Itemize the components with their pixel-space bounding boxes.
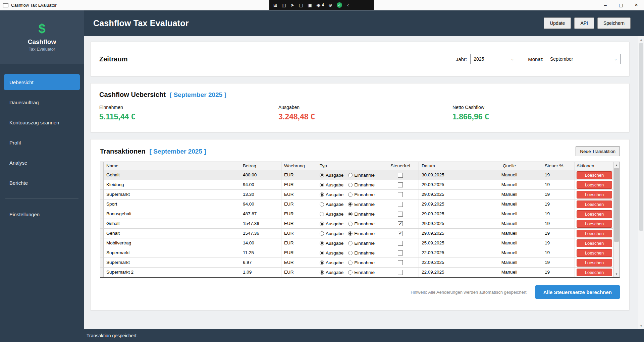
row-selector[interactable] — [100, 248, 104, 258]
radio-einnahme[interactable] — [348, 192, 353, 197]
radio-ausgabe[interactable] — [320, 192, 324, 197]
row-selector[interactable] — [100, 268, 104, 277]
column-header-betrag[interactable]: Betrag — [240, 162, 281, 170]
close-button[interactable]: × — [629, 0, 644, 10]
steuerfrei-checkbox[interactable] — [398, 192, 403, 197]
radio-einnahme[interactable] — [348, 241, 353, 245]
radio-ausgabe[interactable] — [320, 212, 324, 216]
column-header-datum[interactable]: Datum — [419, 162, 474, 170]
table-scrollbar-thumb[interactable] — [614, 168, 619, 242]
neue-transaktion-button[interactable]: Neue Transaktion — [576, 146, 620, 156]
row-selector[interactable] — [100, 258, 104, 268]
steuerfrei-checkbox[interactable] — [398, 173, 403, 178]
radio-einnahme[interactable] — [348, 251, 353, 255]
table-row[interactable]: Gehalt 1547.36 EUR Ausgabe Einnahme — [100, 219, 620, 229]
minimize-button[interactable]: – — [598, 0, 613, 10]
record-icon[interactable]: ◉ — [316, 3, 320, 7]
table-row[interactable]: Gehalt 1547.36 EUR Ausgabe Einnahme — [100, 229, 620, 238]
radio-einnahme[interactable] — [348, 222, 353, 226]
steuerfrei-checkbox[interactable] — [398, 260, 403, 265]
steuerfrei-checkbox[interactable] — [398, 250, 403, 255]
delete-button[interactable]: Loeschen — [577, 191, 612, 198]
column-header-name[interactable]: Name — [104, 162, 240, 170]
window-scrollbar[interactable]: ▲ ▼ — [638, 36, 644, 329]
table-row[interactable]: Kleidung 94.00 EUR Ausgabe Einnahme — [100, 180, 620, 190]
radio-einnahme[interactable] — [348, 173, 353, 177]
calculate-taxes-button[interactable]: Alle Steuersaetze berechnen — [535, 285, 620, 299]
table-row[interactable]: Supermarkt 13.30 EUR Ausgabe Einnahme — [100, 190, 620, 199]
radio-ausgabe[interactable] — [320, 241, 324, 245]
radio-einnahme[interactable] — [348, 202, 353, 207]
column-header-quelle[interactable]: Quelle — [474, 162, 542, 170]
camera-icon[interactable]: ◫ — [282, 3, 286, 7]
row-selector[interactable] — [100, 238, 104, 248]
radio-einnahme[interactable] — [348, 231, 353, 236]
window-scrollbar-thumb[interactable] — [639, 43, 643, 231]
row-selector[interactable] — [100, 180, 104, 190]
delete-button[interactable]: Loeschen — [577, 269, 612, 276]
sidebar-item[interactable]: Einstellungen — [4, 206, 80, 222]
delete-button[interactable]: Loeschen — [577, 181, 612, 189]
delete-button[interactable]: Loeschen — [577, 239, 612, 247]
steuerfrei-checkbox[interactable] — [398, 231, 403, 236]
column-header-steuer[interactable]: Steuer % — [542, 162, 575, 170]
table-row[interactable]: Supermarkt 6.97 EUR Ausgabe Einnahme — [100, 258, 620, 268]
speichern-button[interactable]: Speichern — [597, 17, 631, 29]
table-row[interactable]: Sport 94.00 EUR Ausgabe Einnahme — [100, 199, 620, 209]
radio-ausgabe[interactable] — [320, 270, 324, 275]
accessibility-icon[interactable]: ⊛ — [328, 3, 332, 7]
table-row[interactable]: Supermarkt 11.25 EUR Ausgabe Einnahme — [100, 248, 620, 258]
column-header-waehrung[interactable]: Waehrung — [281, 162, 316, 170]
steuerfrei-checkbox[interactable] — [398, 270, 403, 275]
table-scrollbar[interactable]: ▲ ▼ — [613, 162, 620, 277]
column-header-steuerfrei[interactable]: Steuerfrei — [382, 162, 419, 170]
collapse-chevron-icon[interactable]: ‹ — [347, 2, 349, 8]
table-row[interactable]: Gehalt 480.00 EUR Ausgabe Einnahme — [100, 170, 620, 180]
update-button[interactable]: Update — [544, 17, 571, 29]
screen-draw-icon[interactable]: ⊞ — [273, 3, 277, 7]
column-header-typ[interactable]: Typ — [316, 162, 382, 170]
delete-button[interactable]: Loeschen — [577, 230, 612, 237]
radio-einnahme[interactable] — [348, 183, 353, 187]
column-header-aktionen[interactable]: Aktionen — [575, 162, 614, 170]
sidebar-item[interactable]: Berichte — [4, 175, 80, 191]
radio-einnahme[interactable] — [348, 212, 353, 216]
scroll-up-icon[interactable]: ▲ — [613, 163, 620, 168]
maximize-button[interactable]: ▢ — [613, 0, 629, 10]
row-selector[interactable] — [100, 209, 104, 219]
steuerfrei-checkbox[interactable] — [398, 202, 403, 207]
delete-button[interactable]: Loeschen — [577, 259, 612, 267]
table-row[interactable]: Mobilvertrag 14.00 EUR Ausgabe Einnahme — [100, 238, 620, 248]
steuerfrei-checkbox[interactable] — [398, 241, 403, 246]
pointer-icon[interactable]: ➤ — [290, 3, 294, 7]
scroll-down-icon[interactable]: ▼ — [638, 324, 644, 328]
radio-einnahme[interactable] — [348, 270, 353, 275]
api-button[interactable]: API — [574, 17, 594, 29]
scroll-up-icon[interactable]: ▲ — [638, 37, 644, 42]
row-selector[interactable] — [100, 199, 104, 209]
radio-ausgabe[interactable] — [320, 231, 324, 236]
delete-button[interactable]: Loeschen — [577, 249, 612, 257]
sidebar-item[interactable]: Dauerauftrag — [4, 94, 80, 110]
jahr-select[interactable]: 2025 ⌄ — [470, 54, 517, 64]
sidebar-item[interactable]: Kontoauszug scannen — [4, 114, 80, 130]
row-selector[interactable] — [100, 170, 104, 180]
radio-einnahme[interactable] — [348, 261, 353, 265]
capture-pointer-icon[interactable]: ▣ — [308, 3, 312, 7]
sidebar-item[interactable]: Uebersicht — [4, 74, 80, 90]
table-row[interactable]: Supermarkt 2 1.09 EUR Ausgabe Einnahme — [100, 268, 620, 277]
delete-button[interactable]: Loeschen — [577, 201, 612, 208]
sidebar-item[interactable]: Analyse — [4, 155, 80, 171]
steuerfrei-checkbox[interactable] — [398, 221, 403, 226]
row-selector[interactable] — [100, 219, 104, 229]
radio-ausgabe[interactable] — [320, 251, 324, 255]
radio-ausgabe[interactable] — [320, 183, 324, 187]
row-selector[interactable] — [100, 190, 104, 199]
row-selector[interactable] — [100, 229, 104, 238]
radio-ausgabe[interactable] — [320, 173, 324, 177]
region-select-icon[interactable]: ▢ — [299, 3, 303, 7]
table-row[interactable]: Bonusgehalt 487.87 EUR Ausgabe Einnahme — [100, 209, 620, 219]
radio-ausgabe[interactable] — [320, 261, 324, 265]
sidebar-item[interactable]: Profil — [4, 134, 80, 151]
radio-ausgabe[interactable] — [320, 222, 324, 226]
